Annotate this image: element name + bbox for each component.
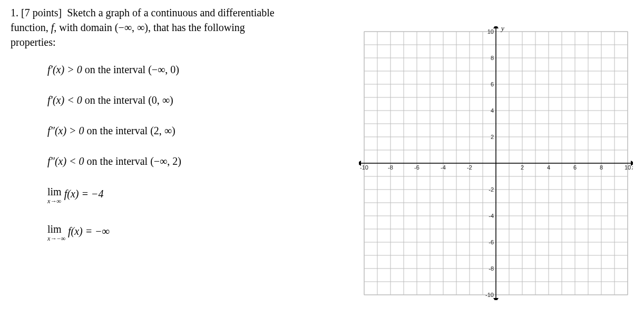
- svg-text:6: 6: [491, 81, 494, 87]
- limit2-sub: x→−∞: [47, 234, 65, 243]
- limit1-top: lim: [47, 186, 62, 197]
- problem-intro: 1. [7 points] Sketch a graph of a contin…: [11, 5, 358, 49]
- svg-text:-10: -10: [360, 164, 368, 171]
- prop3-expr: f″(x) > 0: [47, 125, 84, 136]
- svg-text:10: 10: [487, 28, 494, 35]
- intro-line3: properties:: [11, 36, 56, 48]
- prop3-text: on the interval: [84, 125, 151, 136]
- svg-text:4: 4: [547, 164, 550, 171]
- intro-line2-part2: , with domain: [54, 22, 115, 33]
- svg-text:-2: -2: [467, 164, 472, 171]
- prop2-expr: f′(x) < 0: [47, 94, 82, 106]
- graph-area: -10-8-6-4-2246810-10-8-6-4-2246810yx: [358, 5, 633, 300]
- prop4-int: (−∞, 2): [150, 155, 181, 167]
- intro-f: f: [48, 22, 54, 33]
- svg-text:8: 8: [600, 164, 603, 171]
- svg-marker-47: [493, 26, 499, 28]
- prop2-int: (0, ∞): [148, 94, 173, 106]
- svg-text:-8: -8: [388, 164, 393, 171]
- svg-marker-48: [493, 298, 499, 300]
- property-1: f′(x) > 0 on the interval (−∞, 0): [47, 62, 358, 77]
- intro-line2-part1: function,: [11, 22, 48, 33]
- intro-domain: (−∞, ∞): [115, 22, 148, 33]
- limit2-top: lim: [47, 223, 62, 235]
- svg-text:6: 6: [573, 164, 577, 171]
- prop1-text: on the interval: [82, 64, 149, 75]
- intro-line2-part3: , that has the following: [148, 22, 245, 33]
- properties-list: f′(x) > 0 on the interval (−∞, 0) f′(x) …: [11, 62, 358, 243]
- intro-line1: Sketch a graph of a continuous and diffe…: [67, 7, 274, 18]
- svg-text:-8: -8: [489, 265, 494, 272]
- property-4: f″(x) < 0 on the interval (−∞, 2): [47, 154, 358, 168]
- prop4-text: on the interval: [84, 155, 151, 167]
- prop6-body: f(x) = −∞: [65, 225, 110, 237]
- prop1-int: (−∞, 0): [148, 64, 179, 75]
- property-3: f″(x) > 0 on the interval (2, ∞): [47, 123, 358, 138]
- svg-text:-4: -4: [441, 164, 446, 171]
- svg-text:-10: -10: [485, 292, 494, 298]
- property-6: lim x→−∞ f(x) = −∞: [47, 222, 358, 243]
- svg-text:-4: -4: [489, 213, 494, 219]
- svg-text:8: 8: [491, 55, 494, 61]
- limit-1: lim x→∞: [47, 184, 62, 206]
- property-5: lim x→∞ f(x) = −4: [47, 184, 358, 206]
- limit1-sub: x→∞: [47, 197, 62, 206]
- svg-text:-2: -2: [489, 186, 494, 193]
- svg-text:2: 2: [521, 164, 524, 171]
- svg-text:2: 2: [491, 134, 494, 140]
- prop5-body: f(x) = −4: [62, 188, 104, 200]
- problem-number: 1. [7 points]: [11, 7, 62, 18]
- limit-2: lim x→−∞: [47, 222, 65, 243]
- svg-text:-6: -6: [489, 239, 494, 245]
- property-2: f′(x) < 0 on the interval (0, ∞): [47, 93, 358, 107]
- prop2-text: on the interval: [82, 94, 149, 106]
- problem-text: 1. [7 points] Sketch a graph of a contin…: [11, 5, 358, 259]
- svg-text:4: 4: [491, 107, 494, 114]
- prop3-int: (2, ∞): [150, 125, 175, 136]
- svg-text:10: 10: [625, 164, 631, 171]
- coordinate-grid: -10-8-6-4-2246810-10-8-6-4-2246810yx: [359, 26, 633, 300]
- svg-text:y: y: [500, 26, 504, 32]
- prop1-expr: f′(x) > 0: [47, 64, 82, 75]
- svg-text:x: x: [631, 163, 633, 171]
- prop4-expr: f″(x) < 0: [47, 155, 84, 167]
- svg-text:-6: -6: [414, 164, 419, 171]
